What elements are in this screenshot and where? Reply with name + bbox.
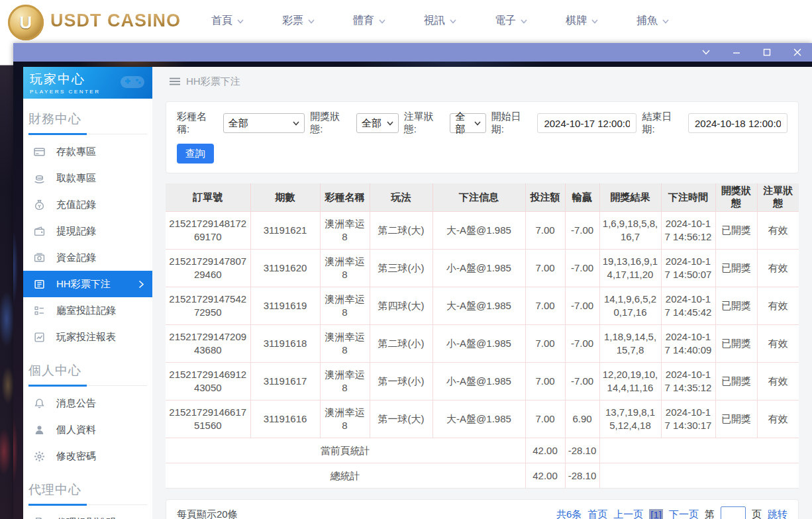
col-order-status: 注單狀態 xyxy=(757,183,799,212)
funds-icon xyxy=(34,252,45,263)
site-topbar: U USDT CASINO 首頁 彩票 體育 視訊 電子 棋牌 捕魚 xyxy=(0,0,812,41)
sidebar-item-label: 消息公告 xyxy=(56,397,96,410)
screen: U USDT CASINO 首頁 彩票 體育 視訊 電子 棋牌 捕魚 玩家中心 xyxy=(0,0,812,519)
player-center-window: 玩家中心 PLAYERS CENTER 財務中心 存款專區 取款專區 充值記錄 xyxy=(13,43,812,519)
col-order-id: 訂單號 xyxy=(166,183,250,212)
total-summary-label: 總統計 xyxy=(166,463,525,489)
col-lottery: 彩種名稱 xyxy=(320,183,370,212)
col-draw-status: 開獎狀態 xyxy=(715,183,757,212)
nav-item-sports[interactable]: 體育 xyxy=(353,14,385,28)
sidebar-item-funds-record[interactable]: 資金記錄 xyxy=(23,244,152,271)
lottery-book-icon xyxy=(34,279,45,290)
nav-item-cards[interactable]: 棋牌 xyxy=(566,14,598,28)
deposit-card-icon xyxy=(34,146,45,158)
chevron-down-icon xyxy=(591,19,598,24)
site-nav: 首頁 彩票 體育 視訊 電子 棋牌 捕魚 xyxy=(211,14,669,28)
sidebar-item-label: 廳室投註記錄 xyxy=(56,305,116,317)
sidebar-header: 玩家中心 PLAYERS CENTER xyxy=(23,67,152,99)
first-page-link[interactable]: 首页 xyxy=(587,508,607,519)
nav-item-slots[interactable]: 電子 xyxy=(495,14,527,28)
close-icon xyxy=(793,48,801,56)
wallet-icon xyxy=(34,226,45,237)
table-row: 215217291481726917031191621澳洲幸运8第二球(大)大-… xyxy=(166,212,799,250)
chevron-down-icon xyxy=(237,19,244,24)
table-header-row: 訂單號 期數 彩種名稱 玩法 下注信息 投注額 輸贏 開獎結果 下注時間 開獎狀… xyxy=(166,183,799,212)
nav-item-home[interactable]: 首頁 xyxy=(211,14,244,28)
chevron-down-icon xyxy=(662,19,669,24)
total-summary-win-loss: -28.10 xyxy=(565,463,599,489)
col-bet-info: 下注信息 xyxy=(432,183,525,212)
chevron-down-icon xyxy=(702,50,710,55)
current-page-indicator: [1] xyxy=(649,509,663,519)
order-status-select[interactable]: 全部 xyxy=(450,113,485,133)
window-body: 玩家中心 PLAYERS CENTER 財務中心 存款專區 取款專區 充值記錄 xyxy=(13,62,812,519)
sidebar-item-label: 存款專區 xyxy=(56,146,96,158)
moneybag-icon xyxy=(34,199,45,211)
withdraw-hand-icon xyxy=(34,173,45,184)
sidebar-item-announcements[interactable]: 消息公告 xyxy=(23,390,152,416)
sidebar-item-hh-lottery-bets[interactable]: HH彩票下注 xyxy=(23,271,152,297)
close-button[interactable] xyxy=(792,47,803,58)
sidebar-item-label: 修改密碼 xyxy=(56,450,96,463)
lottery-select[interactable]: 全部 xyxy=(223,113,305,133)
section-finance: 財務中心 xyxy=(28,111,147,134)
sidebar-item-agent-rules[interactable]: 代理規則說明 xyxy=(23,509,152,519)
nav-item-lottery[interactable]: 彩票 xyxy=(282,14,315,28)
sidebar-item-withdraw[interactable]: 取款專區 xyxy=(23,165,152,191)
nav-item-fishing[interactable]: 捕魚 xyxy=(636,14,669,28)
hamburger-icon[interactable] xyxy=(170,77,180,85)
maximize-button[interactable] xyxy=(762,47,772,58)
total-summary-amount: 42.00 xyxy=(525,463,565,489)
col-play: 玩法 xyxy=(370,183,432,212)
page-size-text: 每頁顯示20條 xyxy=(177,508,238,519)
filter-panel: 彩種名稱: 全部 開獎狀態: 全部 注單狀態: 全部 開始日期: 結束日期: 查… xyxy=(166,101,799,173)
table-row: 215217291469124305031191617澳洲幸运8第一球(小)小-… xyxy=(166,363,799,401)
table-row: 215217291472094368031191618澳洲幸运8第二球(小)小-… xyxy=(166,325,799,363)
next-page-link[interactable]: 下一页 xyxy=(669,508,699,519)
section-agent: 代理中心 xyxy=(28,481,147,505)
sidebar-item-label: HH彩票下注 xyxy=(56,278,111,291)
col-win-loss: 輸贏 xyxy=(565,183,599,212)
jump-page-input[interactable] xyxy=(721,506,746,519)
chevron-down-icon xyxy=(379,19,385,24)
sidebar-item-player-bet-report[interactable]: 玩家投注報表 xyxy=(23,324,152,350)
sidebar-item-change-password[interactable]: 修改密碼 xyxy=(23,443,152,469)
chevron-down-icon xyxy=(308,19,315,24)
sidebar-item-label: 提現記錄 xyxy=(56,225,96,238)
chevron-down-icon xyxy=(450,19,456,24)
search-button[interactable]: 查詢 xyxy=(177,144,214,164)
jump-suffix-label: 页 xyxy=(752,508,762,519)
sidebar-item-deposit[interactable]: 存款專區 xyxy=(23,138,152,165)
section-personal: 個人中心 xyxy=(28,362,147,386)
person-icon xyxy=(34,424,45,436)
sidebar-item-withdraw-record[interactable]: 提現記錄 xyxy=(23,218,152,244)
page-summary-win-loss: -28.10 xyxy=(565,438,599,463)
coin-logo-icon: U xyxy=(8,5,44,40)
bell-icon xyxy=(34,398,45,409)
end-date-input[interactable] xyxy=(688,113,787,133)
end-date-label: 結束日期: xyxy=(642,111,683,136)
prev-page-link[interactable]: 上一页 xyxy=(613,508,643,519)
bets-table-panel: 訂單號 期數 彩種名稱 玩法 下注信息 投注額 輸贏 開獎結果 下注時間 開獎狀… xyxy=(166,183,799,489)
total-count-text: 共6条 xyxy=(556,508,582,519)
jump-link[interactable]: 跳转 xyxy=(768,508,787,519)
minimize-button[interactable] xyxy=(731,47,742,58)
brand-logo[interactable]: U USDT CASINO xyxy=(8,1,181,40)
table-row: 215217291478072946031191620澳洲幸运8第三球(小)小-… xyxy=(166,250,799,287)
maximize-icon xyxy=(763,48,771,56)
col-result: 開獎結果 xyxy=(599,183,661,212)
nav-item-video[interactable]: 視訊 xyxy=(424,14,456,28)
collapse-button[interactable] xyxy=(701,47,711,58)
minimize-icon xyxy=(733,48,740,56)
start-date-input[interactable] xyxy=(537,113,636,133)
sidebar-item-label: 取款專區 xyxy=(56,172,96,185)
draw-status-select[interactable]: 全部 xyxy=(356,113,399,133)
sidebar-item-room-bet-record[interactable]: 廳室投註記錄 xyxy=(23,297,152,324)
chevron-down-icon xyxy=(293,121,299,126)
col-time: 下注時間 xyxy=(661,183,715,212)
sidebar-item-recharge-record[interactable]: 充值記錄 xyxy=(23,191,152,218)
pagination-bar: 每頁顯示20條 共6条 首页 上一页 [1] 下一页 第 页 跳转 xyxy=(166,499,799,519)
gamepad-icon xyxy=(118,72,147,92)
col-amount: 投注額 xyxy=(525,183,565,212)
sidebar-item-profile[interactable]: 個人資料 xyxy=(23,416,152,443)
